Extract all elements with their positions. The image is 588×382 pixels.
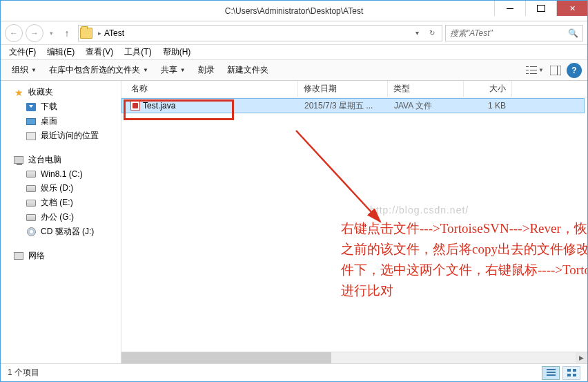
nav-drive-cd[interactable]: CD 驱动器 (J:) bbox=[1, 225, 121, 239]
col-date[interactable]: 修改日期 bbox=[298, 81, 388, 97]
nav-pane: ★收藏夹 下载 桌面 最近访问的位置 这台电脑 Win8.1 (C:) 娱乐 (… bbox=[1, 81, 121, 363]
tool-include[interactable]: 在库中包含所选的文件夹▼ bbox=[43, 62, 154, 78]
horizontal-scrollbar[interactable]: ▶ bbox=[121, 352, 587, 363]
drive-icon bbox=[26, 183, 37, 194]
forward-button[interactable]: → bbox=[26, 24, 43, 42]
drive-icon bbox=[26, 169, 37, 180]
column-headers: 名称 修改日期 类型 大小 bbox=[121, 81, 587, 97]
drive-icon bbox=[26, 212, 37, 223]
scroll-right-button[interactable]: ▶ bbox=[576, 352, 587, 363]
refresh-button[interactable]: ↻ bbox=[425, 29, 439, 37]
tool-organize[interactable]: 组织▼ bbox=[6, 62, 42, 78]
nav-drive-g[interactable]: 办公 (G:) bbox=[1, 210, 121, 225]
svg-rect-3 bbox=[530, 70, 537, 70]
network-icon bbox=[13, 251, 24, 262]
tool-newfolder[interactable]: 新建文件夹 bbox=[222, 62, 274, 78]
svg-rect-6 bbox=[550, 66, 561, 75]
col-size[interactable]: 大小 bbox=[464, 81, 512, 97]
menu-help[interactable]: 帮助(H) bbox=[159, 45, 195, 59]
svg-rect-2 bbox=[526, 70, 529, 70]
file-type: JAVA 文件 bbox=[389, 100, 464, 112]
up-button[interactable]: ↑ bbox=[59, 25, 75, 41]
view-thumbnails-button[interactable] bbox=[562, 366, 580, 380]
svg-rect-1 bbox=[530, 66, 537, 67]
drive-icon bbox=[26, 198, 37, 209]
nav-thispc[interactable]: 这台电脑 bbox=[1, 153, 121, 167]
svg-rect-4 bbox=[526, 73, 529, 74]
svg-line-8 bbox=[296, 131, 380, 222]
annotation-text: 右键点击文件--->TortoiseSVN--->Rever，恢复到自己没有修改… bbox=[341, 218, 587, 301]
nav-desktop[interactable]: 桌面 bbox=[1, 114, 121, 128]
titlebar: C:\Users\Administrator\Desktop\ATest bbox=[1, 1, 587, 21]
svg-rect-5 bbox=[530, 73, 537, 74]
menubar: 文件(F) 编辑(E) 查看(V) 工具(T) 帮助(H) bbox=[1, 45, 587, 60]
svg-rect-11 bbox=[547, 374, 556, 376]
menu-view[interactable]: 查看(V) bbox=[81, 45, 117, 59]
watermark-text: http://blog.csdn.net/ bbox=[370, 204, 469, 216]
file-date: 2015/7/3 星期五 ... bbox=[299, 100, 389, 112]
maximize-button[interactable] bbox=[525, 1, 556, 16]
scrollbar-thumb[interactable] bbox=[121, 352, 331, 363]
search-icon[interactable]: 🔍 bbox=[568, 28, 578, 38]
nav-favorites[interactable]: ★收藏夹 bbox=[1, 85, 121, 99]
status-item-count: 1 个项目 bbox=[8, 367, 39, 379]
svg-rect-14 bbox=[567, 374, 571, 376]
col-type[interactable]: 类型 bbox=[388, 81, 464, 97]
nav-recent[interactable]: 最近访问的位置 bbox=[1, 128, 121, 143]
content-area: 名称 修改日期 类型 大小 Test.java 2015/7/3 星期五 ...… bbox=[121, 81, 587, 363]
status-bar: 1 个项目 bbox=[1, 363, 587, 381]
search-box[interactable]: 🔍 bbox=[445, 25, 583, 41]
search-input[interactable] bbox=[450, 28, 568, 38]
svg-rect-0 bbox=[526, 66, 529, 67]
main-area: ★收藏夹 下载 桌面 最近访问的位置 这台电脑 Win8.1 (C:) 娱乐 (… bbox=[1, 81, 587, 363]
nav-downloads[interactable]: 下载 bbox=[1, 99, 121, 114]
history-dropdown[interactable]: ▾ bbox=[46, 30, 56, 37]
file-size: 1 KB bbox=[464, 101, 513, 111]
nav-network[interactable]: 网络 bbox=[1, 249, 121, 263]
view-details-button[interactable] bbox=[542, 366, 560, 380]
preview-pane-icon[interactable] bbox=[546, 63, 565, 78]
pc-icon bbox=[13, 155, 24, 166]
recent-icon bbox=[26, 131, 37, 142]
tool-burn[interactable]: 刻录 bbox=[193, 62, 220, 78]
breadcrumb[interactable]: ▸ ATest ▾ ↻ bbox=[78, 25, 442, 41]
file-list[interactable]: Test.java 2015/7/3 星期五 ... JAVA 文件 1 KB … bbox=[121, 97, 587, 352]
minimize-button[interactable] bbox=[494, 1, 525, 16]
desktop-icon bbox=[26, 116, 37, 127]
menu-edit[interactable]: 编辑(E) bbox=[43, 45, 79, 59]
breadcrumb-current[interactable]: ATest bbox=[104, 28, 124, 38]
breadcrumb-dropdown[interactable]: ▾ bbox=[410, 29, 424, 37]
star-icon: ★ bbox=[13, 87, 24, 98]
folder-icon bbox=[80, 28, 92, 39]
back-button[interactable]: ← bbox=[5, 24, 23, 42]
toolbar: 组织▼ 在库中包含所选的文件夹▼ 共享▼ 刻录 新建文件夹 ▼ ? bbox=[1, 60, 587, 81]
view-options-icon[interactable]: ▼ bbox=[525, 63, 545, 78]
svg-rect-13 bbox=[573, 369, 576, 372]
svg-rect-10 bbox=[547, 372, 556, 373]
help-button[interactable]: ? bbox=[567, 63, 582, 78]
svg-rect-7 bbox=[557, 66, 558, 75]
chevron-right-icon: ▸ bbox=[95, 30, 104, 37]
tool-share[interactable]: 共享▼ bbox=[155, 62, 191, 78]
nav-drive-c[interactable]: Win8.1 (C:) bbox=[1, 167, 121, 181]
nav-drive-d[interactable]: 娱乐 (D:) bbox=[1, 181, 121, 195]
download-icon bbox=[26, 102, 37, 113]
menu-file[interactable]: 文件(F) bbox=[5, 45, 40, 59]
close-button[interactable] bbox=[556, 1, 587, 16]
svg-rect-12 bbox=[567, 369, 571, 372]
cd-icon bbox=[26, 227, 37, 238]
menu-tools[interactable]: 工具(T) bbox=[120, 45, 155, 59]
highlight-box bbox=[124, 99, 234, 120]
address-bar: ← → ▾ ↑ ▸ ATest ▾ ↻ 🔍 bbox=[1, 21, 587, 45]
nav-drive-e[interactable]: 文档 (E:) bbox=[1, 195, 121, 210]
explorer-window: C:\Users\Administrator\Desktop\ATest ← →… bbox=[0, 0, 588, 382]
svg-rect-15 bbox=[573, 374, 576, 376]
col-name[interactable]: 名称 bbox=[126, 81, 298, 97]
svg-rect-9 bbox=[547, 369, 556, 370]
